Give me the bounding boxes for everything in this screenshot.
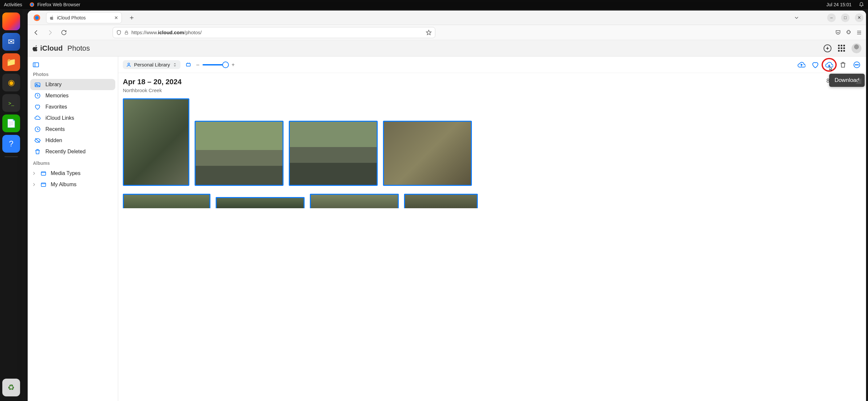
folder-icon	[40, 181, 47, 188]
nav-back-button[interactable]	[32, 28, 41, 37]
sidebar-item-recents[interactable]: Recents	[30, 124, 115, 135]
sidebar-item-label: Recents	[45, 126, 65, 132]
date-range-heading: Apr 18 – 20, 2024	[123, 78, 182, 86]
sidebar-item-label: Favorites	[45, 104, 67, 110]
bookmark-star-icon[interactable]	[426, 30, 432, 36]
dock-libreoffice[interactable]: 📄	[2, 114, 20, 132]
svg-rect-5	[33, 63, 39, 67]
icloud-header: iCloud Photos +	[28, 40, 866, 57]
tabs-dropdown-icon[interactable]	[794, 15, 800, 21]
sidebar-item-icloud-links[interactable]: iCloud Links	[30, 112, 115, 124]
photo-thumbnail[interactable]	[383, 121, 472, 186]
download-button[interactable]	[825, 61, 834, 69]
dock-trash[interactable]: ♻	[2, 379, 20, 396]
clock[interactable]: Jul 24 15:01	[827, 2, 851, 7]
dock-thunderbird[interactable]: ✉	[2, 33, 20, 51]
browser-tab[interactable]: iCloud Photos ✕	[46, 12, 122, 23]
sidebar-section-albums: Albums	[33, 161, 113, 166]
dock-firefox[interactable]	[2, 12, 20, 30]
sidebar-toggle-icon[interactable]	[32, 61, 113, 68]
url-input[interactable]: https://www.icloud.com/photos/	[113, 27, 435, 38]
firefox-icon	[29, 2, 35, 7]
person-icon	[126, 62, 131, 67]
chevron-right-icon	[32, 171, 36, 176]
sidebar-item-label: Hidden	[45, 137, 62, 143]
window-close-button[interactable]: ✕	[855, 13, 863, 22]
nav-forward-button	[45, 28, 55, 37]
zoom-in-icon[interactable]: +	[231, 62, 235, 68]
sidebar-item-recently-deleted[interactable]: Recently Deleted	[30, 146, 115, 157]
tab-title: iCloud Photos	[57, 15, 86, 21]
svg-point-16	[857, 64, 857, 65]
dock-rhythmbox[interactable]: ◉	[2, 74, 20, 92]
svg-point-12	[128, 63, 129, 64]
svg-rect-13	[186, 63, 190, 66]
window-minimize-button[interactable]: –	[827, 13, 836, 22]
sidebar-item-my-albums[interactable]: My Albums	[30, 179, 115, 190]
shield-icon	[116, 30, 122, 35]
photo-thumbnail[interactable]	[289, 121, 378, 186]
svg-point-15	[855, 64, 856, 65]
pocket-icon[interactable]	[835, 30, 841, 36]
favorite-button[interactable]	[811, 61, 820, 69]
sidebar-item-favorites[interactable]: Favorites	[30, 101, 115, 112]
photo-thumbnail[interactable]	[310, 194, 399, 208]
sidebar-item-label: Memories	[45, 93, 68, 99]
chevron-right-icon	[32, 182, 36, 187]
upload-button[interactable]	[797, 61, 806, 69]
app-launcher-icon[interactable]	[838, 45, 845, 52]
photo-grid	[118, 95, 866, 211]
photo-thumbnail[interactable]	[123, 98, 189, 186]
sidebar-item-media-types[interactable]: Media Types	[30, 168, 115, 179]
notification-icon[interactable]	[859, 2, 864, 7]
account-avatar[interactable]	[851, 43, 861, 53]
library-picker-label: Personal Library	[134, 62, 170, 67]
browser-window: iCloud Photos ✕ – □ ✕ https://www.icloud…	[28, 10, 866, 401]
photo-thumbnail[interactable]	[216, 197, 305, 208]
photo-thumbnail[interactable]	[404, 194, 478, 208]
hamburger-menu-icon[interactable]	[856, 30, 862, 36]
new-tab-button[interactable]	[127, 13, 136, 22]
sidebar-item-label: iCloud Links	[45, 115, 74, 121]
icloud-brand[interactable]: iCloud Photos	[32, 44, 90, 53]
tab-close-icon[interactable]: ✕	[114, 15, 118, 21]
extensions-icon[interactable]	[846, 30, 851, 36]
gnome-top-bar: Activities Firefox Web Browser Jul 24 15…	[0, 0, 868, 9]
apple-icon	[50, 15, 54, 20]
delete-button[interactable]	[838, 61, 847, 68]
activities-button[interactable]: Activities	[4, 2, 22, 7]
content-header: Apr 18 – 20, 2024 Northbrook Creek 8 Sel…	[118, 73, 866, 95]
main-panel: Personal Library – +	[118, 57, 866, 401]
dock-terminal[interactable]: >_	[2, 94, 20, 112]
window-maximize-button[interactable]: □	[841, 13, 849, 22]
svg-point-1	[31, 3, 33, 6]
dock-help[interactable]: ?	[2, 135, 20, 153]
apple-icon	[32, 45, 39, 52]
nav-reload-button[interactable]	[59, 28, 68, 37]
aspect-toggle-button[interactable]	[185, 62, 192, 68]
svg-point-17	[858, 64, 859, 65]
dock-separator	[5, 157, 18, 157]
zoom-control[interactable]: – +	[196, 62, 235, 68]
library-picker[interactable]: Personal Library	[123, 60, 181, 69]
sidebar-item-hidden[interactable]: Hidden	[30, 135, 115, 146]
zoom-out-icon[interactable]: –	[196, 62, 199, 68]
zoom-slider[interactable]	[203, 64, 228, 65]
photo-thumbnail[interactable]	[195, 121, 283, 186]
active-app-indicator[interactable]: Firefox Web Browser	[29, 2, 80, 7]
upload-add-button[interactable]: +	[824, 44, 832, 52]
sidebar-item-library[interactable]: Library	[30, 79, 115, 90]
tab-strip: iCloud Photos ✕ – □ ✕	[28, 10, 866, 25]
svg-rect-11	[41, 183, 45, 187]
location-label: Northbrook Creek	[123, 88, 182, 93]
chevrons-icon	[173, 63, 177, 67]
dock-files[interactable]: 📁	[2, 53, 20, 71]
lock-icon	[124, 30, 129, 35]
url-row: https://www.icloud.com/photos/	[28, 25, 866, 40]
more-button[interactable]	[852, 61, 861, 69]
sidebar-item-label: Media Types	[51, 170, 80, 176]
sidebar-item-memories[interactable]: Memories	[30, 90, 115, 101]
sidebar-section-photos: Photos	[33, 72, 113, 77]
photo-thumbnail[interactable]	[123, 194, 210, 208]
firefox-home-icon[interactable]	[30, 14, 43, 22]
